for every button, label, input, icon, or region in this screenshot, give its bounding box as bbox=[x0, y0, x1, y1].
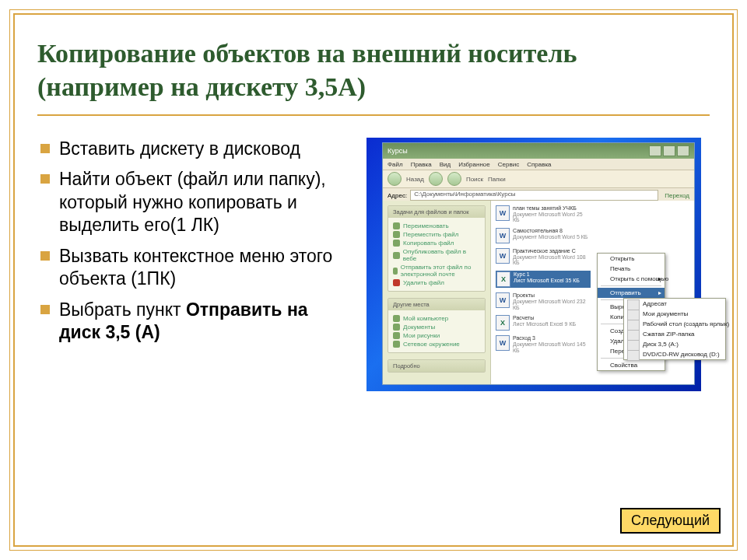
file-item[interactable]: план темы занятий УЧКБДокумент Microsoft… bbox=[496, 205, 589, 223]
address-label: Адрес: bbox=[388, 192, 407, 199]
task-move[interactable]: Переместить файл bbox=[393, 231, 480, 238]
bullet-4: Выбрать пункт Отправить на диск 3,5 (А) bbox=[37, 299, 345, 345]
sendto-mail[interactable]: Адресат bbox=[624, 299, 725, 309]
back-label: Назад bbox=[406, 176, 424, 183]
file-item[interactable]: Самостоятельная 8Документ Microsoft Word… bbox=[496, 228, 589, 243]
other-docs[interactable]: Документы bbox=[393, 324, 480, 331]
file-item[interactable]: РасчетыЛист Microsoft Excel 9 КБ bbox=[496, 315, 589, 331]
sendto-dvd[interactable]: DVD/CD-RW дисковод (D:) bbox=[624, 349, 725, 359]
window-title-text: Курсы bbox=[388, 147, 646, 155]
task-publish[interactable]: Опубликовать файл в вебе bbox=[393, 248, 480, 262]
other-pics[interactable]: Мои рисунки bbox=[393, 332, 480, 339]
menu-view[interactable]: Вид bbox=[440, 161, 451, 168]
word-icon bbox=[496, 248, 510, 264]
other-mycomp[interactable]: Мой компьютер bbox=[393, 315, 480, 322]
file-item[interactable]: Практическое задание СДокумент Microsoft… bbox=[496, 248, 589, 266]
slide: Копирование объектов на внешний носитель… bbox=[0, 0, 747, 560]
sendto-floppy[interactable]: Диск 3,5 (A:) bbox=[624, 339, 725, 349]
menu-help[interactable]: Справка bbox=[527, 161, 551, 168]
other-panel: Другие места Мой компьютер Документы Мои… bbox=[388, 298, 486, 353]
menu-edit[interactable]: Правка bbox=[411, 161, 432, 168]
ctx-props[interactable]: Свойства bbox=[598, 360, 665, 370]
word-icon bbox=[496, 205, 510, 221]
sendto-submenu: Адресат Мои документы Рабочий стол (созд… bbox=[623, 298, 726, 360]
other-panel-header[interactable]: Другие места bbox=[388, 299, 485, 310]
next-button[interactable]: Следующий bbox=[620, 508, 721, 534]
ctx-print[interactable]: Печать bbox=[598, 264, 665, 274]
up-button[interactable] bbox=[447, 172, 461, 186]
file-item-selected[interactable]: Курс 1Лист Microsoft Excel 35 КБ bbox=[496, 271, 591, 288]
file-item[interactable]: ПроектыДокумент Microsoft Word 232 КБ bbox=[496, 292, 589, 310]
sendto-desktop[interactable]: Рабочий стол (создать ярлык) bbox=[624, 319, 725, 329]
side-pane: Задачи для файлов и папок Переименовать … bbox=[383, 201, 491, 384]
details-panel: Подробно bbox=[388, 359, 486, 373]
window-titlebar: Курсы bbox=[383, 143, 694, 159]
other-net[interactable]: Сетевое окружение bbox=[393, 341, 480, 348]
word-icon bbox=[496, 335, 510, 351]
bullet-2: Найти объект (файл или папку), который н… bbox=[37, 168, 345, 236]
excel-icon bbox=[496, 315, 510, 331]
search-label[interactable]: Поиск bbox=[466, 176, 483, 183]
sendto-mydocs[interactable]: Мои документы bbox=[624, 309, 725, 319]
menu-tools[interactable]: Сервис bbox=[498, 161, 519, 168]
menu-file[interactable]: Файл bbox=[388, 161, 403, 168]
slide-content: Копирование объектов на внешний носитель… bbox=[37, 37, 710, 523]
title-underline bbox=[37, 114, 710, 116]
folders-label[interactable]: Папки bbox=[488, 176, 506, 183]
bullet-3: Вызвать контекстное меню этого объекта (… bbox=[37, 245, 345, 291]
tasks-panel: Задачи для файлов и папок Переименовать … bbox=[388, 205, 486, 292]
task-rename[interactable]: Переименовать bbox=[393, 222, 480, 229]
menu-fav[interactable]: Избранное bbox=[458, 161, 490, 168]
menu-bar: Файл Правка Вид Избранное Сервис Справка bbox=[383, 159, 694, 170]
body-row: Вставить дискету в дисковод Найти объект… bbox=[37, 138, 710, 391]
forward-button[interactable] bbox=[429, 172, 443, 186]
minimize-button[interactable] bbox=[649, 145, 661, 156]
tasks-panel-header[interactable]: Задачи для файлов и папок bbox=[388, 206, 485, 218]
word-icon bbox=[496, 292, 510, 308]
back-button[interactable] bbox=[388, 172, 402, 186]
go-button[interactable]: Переход bbox=[661, 192, 689, 199]
maximize-button[interactable] bbox=[663, 145, 675, 156]
toolbar: Назад Поиск Папки bbox=[383, 170, 694, 188]
close-button[interactable] bbox=[677, 145, 689, 156]
window-controls bbox=[649, 145, 689, 156]
sendto-zip[interactable]: Сжатая ZIP-папка bbox=[624, 329, 725, 339]
word-icon bbox=[496, 228, 510, 243]
screenshot: Курсы Файл Правка Вид Избранное Сервис bbox=[366, 138, 701, 391]
bullet-1: Вставить дискету в дисковод bbox=[37, 138, 345, 160]
slide-title: Копирование объектов на внешний носитель… bbox=[37, 37, 710, 103]
task-copy[interactable]: Копировать файл bbox=[393, 240, 480, 247]
ctx-open[interactable]: Открыть bbox=[598, 254, 665, 264]
task-delete[interactable]: Удалить файл bbox=[393, 279, 480, 286]
task-email[interactable]: Отправить этот файл по электронной почте bbox=[393, 264, 480, 278]
ctx-sendto[interactable]: Отправить▸ bbox=[598, 288, 665, 298]
bullet-list: Вставить дискету в дисковод Найти объект… bbox=[37, 138, 345, 352]
file-item[interactable]: Расход 3Документ Microsoft Word 145 КБ bbox=[496, 335, 589, 353]
excel-icon bbox=[496, 271, 510, 287]
ctx-openwith[interactable]: Открыть с помощью▸ bbox=[598, 274, 665, 284]
details-panel-header[interactable]: Подробно bbox=[388, 360, 485, 372]
bullet-4-text: Выбрать пункт bbox=[59, 299, 186, 320]
address-input[interactable]: C:\Документы\Информатика\Курсы bbox=[410, 190, 658, 201]
